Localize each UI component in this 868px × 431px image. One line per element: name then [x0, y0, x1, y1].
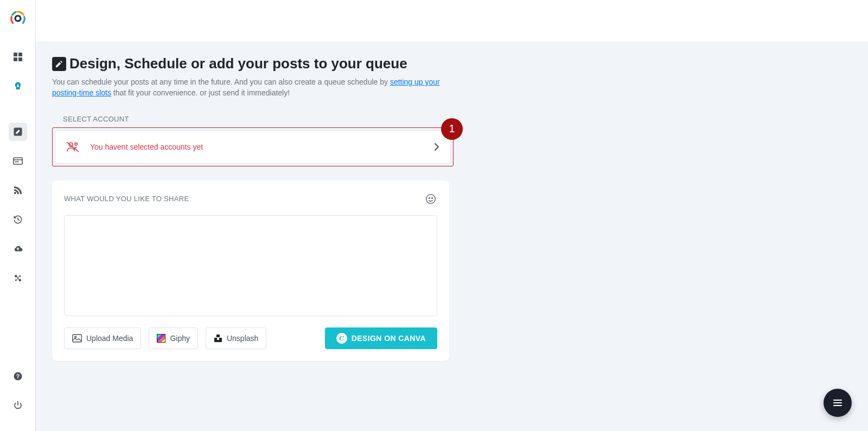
canva-label: DESIGN ON CANVA [352, 334, 426, 343]
nav-cards[interactable] [9, 152, 27, 170]
nav-settings[interactable] [9, 269, 27, 287]
no-account-icon [66, 141, 80, 153]
select-account-highlight: You havent selected accounts yet 1 [52, 127, 454, 166]
chevron-right-icon [434, 143, 439, 151]
main-area: Design, Schedule or add your posts to yo… [36, 0, 868, 431]
giphy-label: Giphy [170, 334, 190, 343]
floating-menu-button[interactable] [824, 389, 852, 417]
svg-point-13 [15, 279, 16, 281]
subtitle-prefix: You can schedule your posts at any time … [52, 78, 390, 86]
compose-card: WHAT WOULD YOU LIKE TO SHARE Upload Medi… [52, 181, 449, 361]
giphy-button[interactable]: Giphy [149, 327, 198, 349]
upload-label: Upload Media [86, 334, 133, 343]
svg-point-1 [16, 17, 20, 21]
topbar [36, 0, 868, 42]
unsplash-label: Unsplash [227, 334, 258, 343]
nav-rss[interactable] [9, 181, 27, 200]
nav-power[interactable] [9, 396, 27, 415]
select-account-message: You havent selected accounts yet [90, 143, 203, 151]
page-title-text: Design, Schedule or add your posts to yo… [69, 55, 407, 72]
compose-icon [52, 57, 66, 71]
svg-rect-7 [13, 158, 22, 164]
page-subtitle: You can schedule your posts at any time … [52, 76, 443, 99]
svg-point-12 [19, 275, 21, 277]
nav-download[interactable] [9, 240, 27, 258]
svg-rect-28 [216, 334, 220, 337]
select-account-button[interactable]: You havent selected accounts yet [55, 130, 451, 164]
design-on-canva-button[interactable]: C DESIGN ON CANVA [325, 327, 437, 349]
nav-compose[interactable] [9, 123, 27, 141]
nav-help[interactable]: ? [9, 367, 27, 385]
svg-rect-3 [18, 53, 22, 56]
canva-icon: C [336, 333, 347, 344]
compose-textarea[interactable] [64, 215, 437, 316]
emoji-picker-button[interactable] [424, 192, 437, 205]
svg-point-25 [432, 197, 433, 198]
svg-point-27 [75, 336, 76, 338]
svg-rect-5 [18, 57, 22, 61]
upload-media-button[interactable]: Upload Media [64, 327, 141, 349]
share-label: WHAT WOULD YOU LIKE TO SHARE [64, 195, 189, 203]
svg-rect-2 [14, 53, 17, 56]
svg-point-23 [426, 194, 436, 203]
page-title: Design, Schedule or add your posts to yo… [52, 55, 852, 72]
subtitle-suffix: that fit your convenience. or just send … [113, 88, 290, 97]
sidebar: ? [0, 0, 36, 431]
step-badge: 1 [441, 118, 463, 140]
svg-point-24 [429, 197, 430, 198]
nav-history[interactable] [9, 210, 27, 229]
content: Design, Schedule or add your posts to yo… [36, 42, 868, 431]
image-icon [72, 334, 82, 343]
unsplash-button[interactable]: Unsplash [206, 327, 266, 349]
svg-point-21 [75, 143, 77, 145]
unsplash-icon [214, 334, 222, 343]
svg-text:?: ? [16, 373, 19, 379]
svg-rect-26 [73, 334, 82, 342]
app-logo [10, 10, 26, 26]
svg-point-10 [14, 192, 16, 194]
giphy-icon [157, 334, 165, 343]
nav-boost[interactable] [9, 77, 27, 95]
nav-dashboard[interactable] [9, 48, 27, 66]
svg-rect-4 [14, 57, 17, 61]
